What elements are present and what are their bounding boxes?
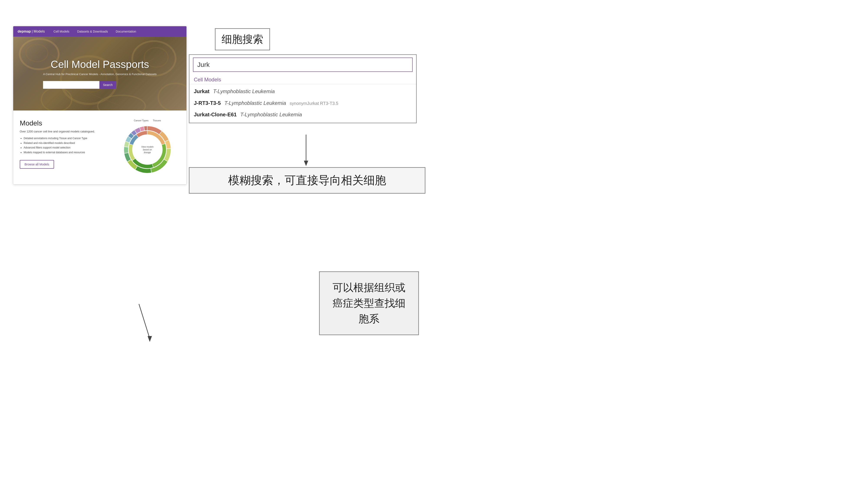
search-dropdown: Cell Models Jurkat T-Lymphoblastic Leuke… bbox=[189, 74, 416, 123]
hero-content: Cell Model Passports A Central Hub for P… bbox=[43, 58, 156, 89]
hero-section: Cell Model Passports A Central Hub for P… bbox=[13, 37, 186, 111]
models-features-list: Detailed annotations including Tissue an… bbox=[20, 136, 108, 155]
annotation-label-fuzzy: 模糊搜索，可直接导向相关细胞 bbox=[189, 167, 426, 194]
chart-center-label: View modelsbased onlineage bbox=[141, 146, 154, 154]
models-section: Models Over 1200 cancer cell line and or… bbox=[13, 111, 186, 184]
logo-sep: | bbox=[32, 30, 33, 33]
browse-all-models-button[interactable]: Browse all Models bbox=[20, 160, 54, 169]
result-type-jrt3: T-Lymphoblastic Leukemia bbox=[224, 100, 286, 106]
models-left-panel: Models Over 1200 cancer cell line and or… bbox=[20, 119, 108, 169]
feature-1: Detailed annotations including Tissue an… bbox=[24, 136, 108, 141]
annotation-label-search: 细胞搜索 bbox=[215, 28, 270, 50]
chart-label-tissues: Tissues bbox=[153, 119, 161, 122]
search-result-jurkat[interactable]: Jurkat T-Lymphoblastic Leukemia bbox=[189, 86, 416, 97]
svg-marker-11 bbox=[304, 161, 308, 166]
svg-point-6 bbox=[158, 83, 186, 111]
search-result-jurkat-clone[interactable]: Jurkat-Clone-E61 T-Lymphoblastic Leukemi… bbox=[189, 109, 416, 120]
search-box-wrapper: Cell Models Jurkat T-Lymphoblastic Leuke… bbox=[189, 54, 417, 123]
result-type-jurkat: T-Lymphoblastic Leukemia bbox=[213, 88, 275, 94]
result-name-jurkat: Jurkat bbox=[194, 88, 210, 94]
models-title: Models bbox=[20, 119, 108, 127]
svg-line-12 bbox=[139, 304, 150, 339]
browser-window: depmap | Models Cell Models Datasets & D… bbox=[13, 26, 187, 185]
nav-documentation[interactable]: Documentation bbox=[116, 30, 136, 33]
result-type-jurkat-clone: T-Lymphoblastic Leukemia bbox=[240, 112, 302, 117]
search-section-cell-models: Cell Models bbox=[189, 74, 416, 84]
svg-point-8 bbox=[41, 88, 72, 111]
svg-point-7 bbox=[98, 95, 145, 111]
search-input-area bbox=[189, 55, 416, 74]
feature-2: Related and mis-identified models descri… bbox=[24, 141, 108, 146]
nav-links: Cell Models Datasets & Downloads Documen… bbox=[53, 30, 136, 33]
nav-logo[interactable]: depmap | Models bbox=[18, 30, 45, 33]
chart-labels: Cancer Types Tissues bbox=[134, 119, 161, 122]
models-chart-panel: Cancer Types Tissues View modelsbased on… bbox=[115, 119, 180, 176]
svg-marker-13 bbox=[148, 336, 152, 342]
annotation-chart-text: 可以根据组织或 癌症类型查找细 胞系 bbox=[333, 282, 405, 325]
arrow-chart-to-box bbox=[122, 304, 165, 347]
hero-search-form: Search bbox=[43, 81, 156, 89]
chart-label-cancer: Cancer Types bbox=[134, 119, 149, 122]
donut-chart[interactable]: View modelsbased onlineage bbox=[121, 124, 174, 176]
hero-title: Cell Model Passports bbox=[43, 58, 156, 70]
result-name-jurkat-clone: Jurkat-Clone-E61 bbox=[194, 112, 237, 117]
search-input-display[interactable] bbox=[193, 58, 413, 72]
arrow-to-fuzzy bbox=[293, 134, 319, 169]
search-result-jrt3[interactable]: J-RT3-T3-5 T-Lymphoblastic Leukemia syno… bbox=[189, 97, 416, 109]
result-synonym-jrt3: synonymJurkat RT3-T3.5 bbox=[290, 101, 338, 106]
nav-datasets[interactable]: Datasets & Downloads bbox=[77, 30, 108, 33]
logo-models: Models bbox=[34, 30, 45, 33]
result-name-jrt3: J-RT3-T3-5 bbox=[194, 100, 221, 106]
annotation-label-chart: 可以根据组织或 癌症类型查找细 胞系 bbox=[319, 271, 419, 335]
nav-bar: depmap | Models Cell Models Datasets & D… bbox=[13, 26, 186, 37]
feature-4: Models mapped to external databases and … bbox=[24, 150, 108, 155]
models-description: Over 1200 cancer cell line and organoid … bbox=[20, 130, 108, 133]
logo-dep: depmap bbox=[18, 30, 31, 33]
hero-search-button[interactable]: Search bbox=[99, 81, 116, 89]
feature-3: Advanced filters support model selection bbox=[24, 146, 108, 150]
hero-search-input[interactable] bbox=[43, 81, 99, 89]
hero-subtitle: A Central Hub for Preclinical Cancer Mod… bbox=[43, 72, 156, 76]
nav-cell-models[interactable]: Cell Models bbox=[53, 30, 69, 33]
